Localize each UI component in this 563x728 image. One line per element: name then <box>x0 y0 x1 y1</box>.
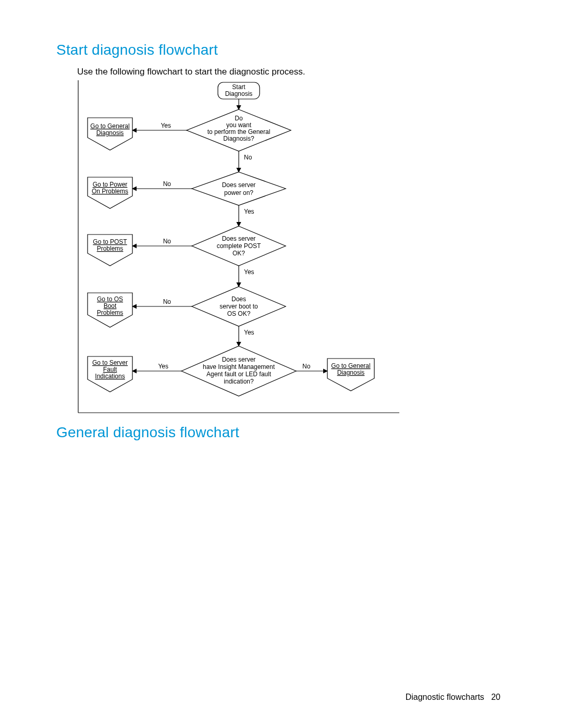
svg-marker-18 <box>192 172 286 205</box>
heading-start-diagnosis: Start diagnosis flowchart <box>56 42 511 58</box>
svg-text:Yes: Yes <box>244 329 254 336</box>
intro-text: Use the following flowchart to start the… <box>77 67 511 77</box>
svg-text:Problems: Problems <box>97 309 124 316</box>
flowchart-start-diagnosis: Start Diagnosis Do you want to perform t… <box>77 80 400 414</box>
page-footer: Diagnostic flowcharts 20 <box>406 693 500 702</box>
svg-text:Does: Does <box>231 295 246 303</box>
svg-text:Yes: Yes <box>244 208 254 215</box>
svg-text:server boot to: server boot to <box>219 303 258 310</box>
svg-text:No: No <box>163 238 172 245</box>
svg-text:OS OK?: OS OK? <box>227 310 251 317</box>
svg-text:Does server: Does server <box>222 181 256 189</box>
svg-text:Diagnosis: Diagnosis <box>225 90 253 97</box>
svg-text:No: No <box>163 180 172 188</box>
svg-text:to perform the General: to perform the General <box>207 128 271 135</box>
svg-text:Problems: Problems <box>97 245 124 252</box>
svg-text:No: No <box>302 363 311 370</box>
svg-text:you want: you want <box>226 121 252 129</box>
footer-section: Diagnostic flowcharts <box>406 693 484 701</box>
svg-text:Fault: Fault <box>103 366 117 373</box>
svg-text:Diagnosis?: Diagnosis? <box>223 135 254 142</box>
svg-text:No: No <box>163 298 172 305</box>
svg-text:indication?: indication? <box>224 378 254 385</box>
svg-text:No: No <box>244 154 252 161</box>
svg-text:Diagnosis: Diagnosis <box>337 369 365 376</box>
svg-text:On Problems: On Problems <box>92 188 128 195</box>
svg-text:Does server: Does server <box>222 356 256 363</box>
svg-text:complete POST: complete POST <box>217 242 261 250</box>
svg-text:Start: Start <box>232 83 246 91</box>
svg-text:Go to Power: Go to Power <box>93 181 128 188</box>
svg-text:Diagnosis: Diagnosis <box>96 129 124 137</box>
svg-text:Yes: Yes <box>244 268 254 276</box>
svg-text:Yes: Yes <box>158 363 168 370</box>
svg-text:Go to Server: Go to Server <box>92 359 128 366</box>
svg-text:Do: Do <box>235 115 243 122</box>
svg-text:power on?: power on? <box>224 189 253 196</box>
svg-text:Go to General: Go to General <box>331 362 370 369</box>
svg-text:OK?: OK? <box>232 250 245 257</box>
svg-text:Go to POST: Go to POST <box>93 238 127 245</box>
svg-text:Go to OS: Go to OS <box>97 295 123 303</box>
svg-text:Yes: Yes <box>161 122 171 129</box>
footer-page: 20 <box>491 693 500 701</box>
svg-text:have Insight Management: have Insight Management <box>203 363 275 371</box>
svg-text:Indications: Indications <box>95 373 125 380</box>
svg-text:Go to General: Go to General <box>90 122 129 130</box>
svg-text:Agent fault or LED fault: Agent fault or LED fault <box>206 371 272 378</box>
heading-general-diagnosis: General diagnosis flowchart <box>56 424 511 441</box>
svg-text:Does server: Does server <box>222 235 256 242</box>
svg-text:Boot: Boot <box>104 302 117 310</box>
